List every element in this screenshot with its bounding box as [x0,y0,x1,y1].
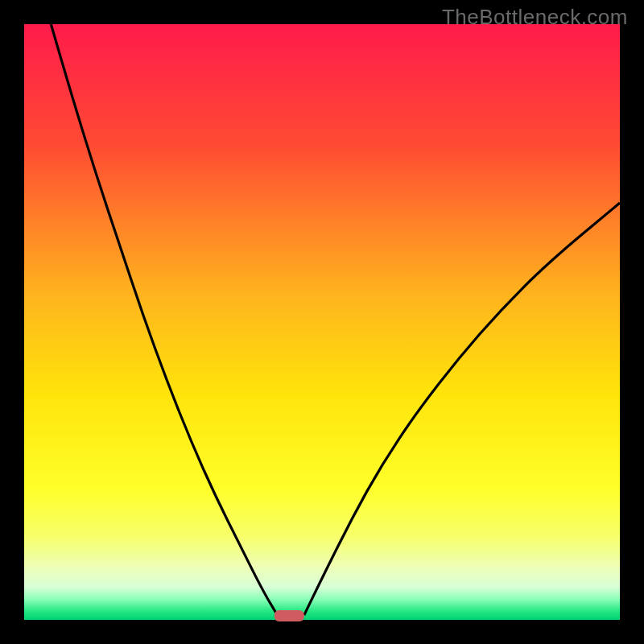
minimum-marker [275,610,304,621]
plot-background [24,24,620,620]
chart-frame: TheBottleneck.com [0,0,644,644]
watermark-text: TheBottleneck.com [442,5,628,30]
bottleneck-chart [0,0,644,644]
